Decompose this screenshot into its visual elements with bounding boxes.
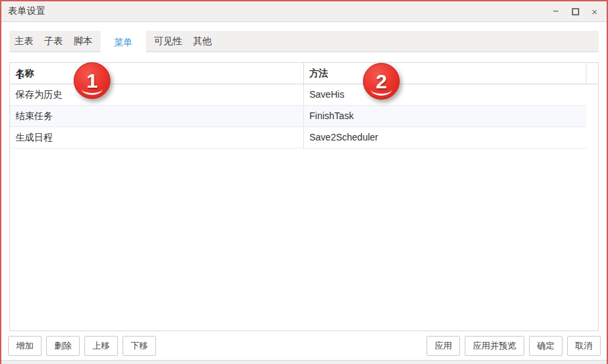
tab-menu[interactable]: 菜单	[100, 31, 146, 54]
apply-and-preview-button[interactable]: 应用并预览	[465, 336, 524, 356]
window-title: 表单设置	[8, 5, 46, 17]
tab-script[interactable]: 脚本	[68, 31, 98, 52]
title-bar: 表单设置 – ×	[1, 1, 607, 22]
cell-method: Save2Scheduler	[304, 127, 587, 148]
tab-other[interactable]: 其他	[187, 31, 217, 52]
minimize-icon[interactable]: –	[550, 5, 561, 15]
form-settings-dialog: 表单设置 – × 主表 子表 脚本 菜单 可见性 其他 名称 方法 保存为历史 …	[0, 0, 608, 364]
cell-method: FinishTask	[304, 106, 587, 126]
dialog-action-buttons: 应用 应用并预览 确定 取消	[427, 336, 601, 356]
row-action-buttons: 增加 删除 上移 下移	[8, 336, 156, 356]
close-icon[interactable]: ×	[589, 6, 600, 17]
annotation-badge-2: 2	[363, 63, 400, 100]
apply-button[interactable]: 应用	[427, 336, 460, 356]
move-up-button[interactable]: 上移	[84, 336, 118, 356]
tab-bar: 主表 子表 脚本 菜单 可见性 其他	[9, 31, 599, 52]
dialog-bottom-edge	[1, 360, 607, 364]
tab-main-table[interactable]: 主表	[9, 31, 39, 52]
column-header-method[interactable]: 方法	[304, 63, 587, 84]
tab-visibility[interactable]: 可见性	[149, 31, 187, 52]
maximize-square	[572, 8, 579, 15]
cell-name: 结束任务	[10, 106, 304, 126]
cell-method: SaveHis	[304, 84, 587, 105]
table-row[interactable]: 结束任务 FinishTask	[10, 106, 587, 127]
menu-table: 名称 方法 保存为历史 SaveHis 结束任务 FinishTask 生成日程…	[9, 62, 599, 331]
annotation-badge-1: 1	[74, 62, 110, 99]
move-down-button[interactable]: 下移	[123, 336, 156, 356]
text-cursor-icon: I	[17, 70, 22, 81]
cell-name: 保存为历史	[10, 84, 304, 105]
table-row[interactable]: 生成日程 Save2Scheduler	[10, 127, 587, 149]
maximize-icon[interactable]	[570, 6, 581, 17]
cell-name: 生成日程	[10, 127, 304, 148]
ok-button[interactable]: 确定	[529, 336, 562, 356]
cancel-button[interactable]: 取消	[567, 336, 601, 356]
column-header-spacer	[587, 63, 598, 84]
column-header-name[interactable]: 名称	[10, 63, 304, 84]
window-controls: – ×	[550, 1, 600, 21]
delete-button[interactable]: 删除	[46, 336, 80, 356]
add-button[interactable]: 增加	[8, 336, 42, 356]
tab-sub-table[interactable]: 子表	[39, 31, 68, 52]
